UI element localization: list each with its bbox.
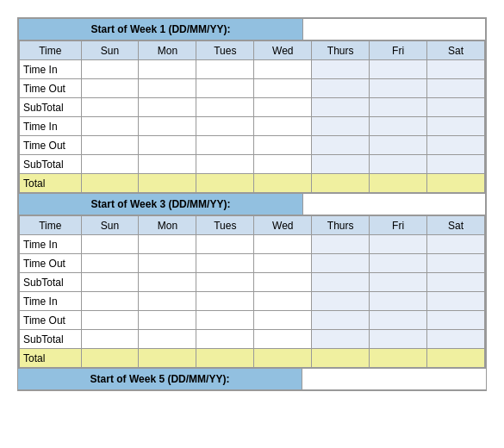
week-1-timein2-fri[interactable] xyxy=(370,117,427,136)
week-3-subtotal1-sun[interactable] xyxy=(81,273,139,292)
week-1-subtotal2-fri[interactable] xyxy=(370,155,427,174)
week-1-timein2-tues[interactable] xyxy=(196,117,254,136)
week-1-timein1-sun[interactable] xyxy=(81,60,139,79)
week-3-subtotal1-thurs[interactable] xyxy=(312,273,370,292)
week-1-timein2-mon[interactable] xyxy=(139,117,196,136)
week-3-timeout2-wed[interactable] xyxy=(254,311,312,330)
week-1-subtotal1-thurs[interactable] xyxy=(312,98,370,117)
week-1-timein1-mon[interactable] xyxy=(139,60,196,79)
week-3-subtotal2-sat[interactable] xyxy=(427,330,485,349)
week-3-timein1-mon[interactable] xyxy=(139,235,196,254)
week-1-timein2-sun[interactable] xyxy=(81,117,139,136)
week-1-total-sun[interactable] xyxy=(81,174,139,193)
week-3-timeout1-tues[interactable] xyxy=(196,254,254,273)
week-3-total-tues[interactable] xyxy=(196,349,254,368)
week-1-timeout1-sun[interactable] xyxy=(81,79,139,98)
week-1-subtotal2-sat[interactable] xyxy=(427,155,485,174)
week-1-timein1-thurs[interactable] xyxy=(312,60,370,79)
week-3-subtotal1-fri[interactable] xyxy=(370,273,427,292)
week-3-timeout2-sun[interactable] xyxy=(81,311,139,330)
week-3-timein1-tues[interactable] xyxy=(196,235,254,254)
week-1-timeout1-sat[interactable] xyxy=(427,79,485,98)
week-3-total-mon[interactable] xyxy=(139,349,196,368)
week-3-timeout2-sat[interactable] xyxy=(427,311,485,330)
week-1-subtotal1-sun[interactable] xyxy=(81,98,139,117)
week-3-total-sat[interactable] xyxy=(427,349,485,368)
week-1-timein1-tues[interactable] xyxy=(196,60,254,79)
week-1-total-mon[interactable] xyxy=(139,174,196,193)
week-1-total-thurs[interactable] xyxy=(312,174,370,193)
week-1-subtotal2-thurs[interactable] xyxy=(312,155,370,174)
week-3-timein2-thurs[interactable] xyxy=(312,292,370,311)
week-3-timeout1-sat[interactable] xyxy=(427,254,485,273)
week-3-timeout2-tues[interactable] xyxy=(196,311,254,330)
week-3-subtotal2-mon[interactable] xyxy=(139,330,196,349)
week-3-timein2-sat[interactable] xyxy=(427,292,485,311)
col-mon-w3: Mon xyxy=(139,216,196,235)
week-1-total-fri[interactable] xyxy=(370,174,427,193)
week-1-timeout1-mon[interactable] xyxy=(139,79,196,98)
week-1-subtotal2-tues[interactable] xyxy=(196,155,254,174)
week-1-subtotal1-mon[interactable] xyxy=(139,98,196,117)
week-3-subtotal2-fri[interactable] xyxy=(370,330,427,349)
week-3-total-thurs[interactable] xyxy=(312,349,370,368)
week-1-timeout2-wed[interactable] xyxy=(254,136,312,155)
week-3-timein2-mon[interactable] xyxy=(139,292,196,311)
week-1-col-headers: Time Sun Mon Tues Wed Thurs Fri Sat xyxy=(20,41,485,60)
week-1-timeout2-sat[interactable] xyxy=(427,136,485,155)
week-1-timeout2-mon[interactable] xyxy=(139,136,196,155)
week-1-timeout2-tues[interactable] xyxy=(196,136,254,155)
week-1-timein2-thurs[interactable] xyxy=(312,117,370,136)
week-3-timeout1-sun[interactable] xyxy=(81,254,139,273)
week-3-subtotal1-tues[interactable] xyxy=(196,273,254,292)
week-3-subtotal1-sat[interactable] xyxy=(427,273,485,292)
week-3-timeout1-fri[interactable] xyxy=(370,254,427,273)
week-3-subtotal2-wed[interactable] xyxy=(254,330,312,349)
week-1-timeout1-thurs[interactable] xyxy=(312,79,370,98)
week-3-timein2-sun[interactable] xyxy=(81,292,139,311)
week-1-total-tues[interactable] xyxy=(196,174,254,193)
week-3-timein1-sat[interactable] xyxy=(427,235,485,254)
week-1-timeout2-fri[interactable] xyxy=(370,136,427,155)
week-3-subtotal2-tues[interactable] xyxy=(196,330,254,349)
week-1-subtotal1-fri[interactable] xyxy=(370,98,427,117)
week-1-timein1-sat[interactable] xyxy=(427,60,485,79)
week-1-timein2-sat[interactable] xyxy=(427,117,485,136)
week-1-timeout1-fri[interactable] xyxy=(370,79,427,98)
week-1-subtotal1-wed[interactable] xyxy=(254,98,312,117)
week-3-timeout1-mon[interactable] xyxy=(139,254,196,273)
week-3-total-wed[interactable] xyxy=(254,349,312,368)
week-3-timein1-thurs[interactable] xyxy=(312,235,370,254)
week-1-subtotal1-tues[interactable] xyxy=(196,98,254,117)
week-1-timeout1-tues[interactable] xyxy=(196,79,254,98)
week-1-total-sat[interactable] xyxy=(427,174,485,193)
week-1-timeout2-sun[interactable] xyxy=(81,136,139,155)
week-3-total-sun[interactable] xyxy=(81,349,139,368)
week-3-subtotal2-thurs[interactable] xyxy=(312,330,370,349)
week-3-total-fri[interactable] xyxy=(370,349,427,368)
week-3-timeout2-mon[interactable] xyxy=(139,311,196,330)
week-3-subtotal1-wed[interactable] xyxy=(254,273,312,292)
week-3-timein2-wed[interactable] xyxy=(254,292,312,311)
week-1-timeout2-thurs[interactable] xyxy=(312,136,370,155)
week-3-timeout1-wed[interactable] xyxy=(254,254,312,273)
week-3-timein1-fri[interactable] xyxy=(370,235,427,254)
week-1-timein2-wed[interactable] xyxy=(254,117,312,136)
week-3-timeout2-fri[interactable] xyxy=(370,311,427,330)
week-1-subtotal1-sat[interactable] xyxy=(427,98,485,117)
week-3-subtotal2-sun[interactable] xyxy=(81,330,139,349)
week-3-timeout2-thurs[interactable] xyxy=(312,311,370,330)
week-1-timein1-fri[interactable] xyxy=(370,60,427,79)
week-1-total-wed[interactable] xyxy=(254,174,312,193)
week-3-timein2-tues[interactable] xyxy=(196,292,254,311)
week-3-subtotal1-mon[interactable] xyxy=(139,273,196,292)
week-3-timein1-wed[interactable] xyxy=(254,235,312,254)
week-1-timeout1-wed[interactable] xyxy=(254,79,312,98)
week-1-subtotal2-sun[interactable] xyxy=(81,155,139,174)
week-1-timein1-wed[interactable] xyxy=(254,60,312,79)
week-3-timein2-fri[interactable] xyxy=(370,292,427,311)
week-1-subtotal2-wed[interactable] xyxy=(254,155,312,174)
week-3-timein1-sun[interactable] xyxy=(81,235,139,254)
week-1-subtotal2-mon[interactable] xyxy=(139,155,196,174)
week-3-timeout1-thurs[interactable] xyxy=(312,254,370,273)
